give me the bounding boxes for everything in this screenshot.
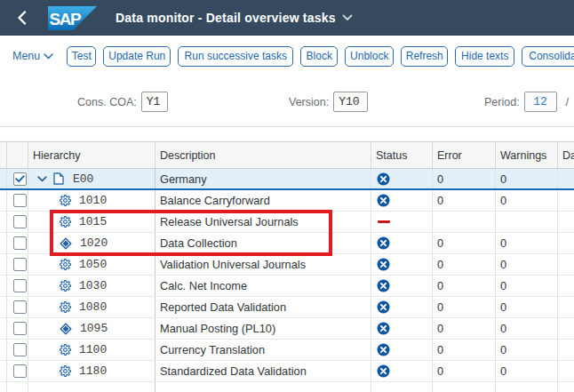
error-circle-icon (377, 322, 390, 335)
header-warnings[interactable]: Warnings (496, 142, 558, 168)
task-id: 1015 (79, 215, 107, 228)
hierarchy-cell: 1080 (28, 297, 155, 317)
cons-coa-label: Cons. COA: (77, 96, 137, 108)
date-cell (558, 190, 574, 211)
row-checkbox[interactable] (13, 343, 27, 356)
version-label: Version: (289, 96, 329, 108)
description-cell: Data Collection (155, 233, 371, 253)
gear-icon (60, 344, 71, 356)
run-successive-tasks-button[interactable]: Run successive tasks (178, 46, 293, 67)
row-checkbox[interactable] (13, 194, 27, 207)
warnings-count: 0 (500, 300, 506, 314)
row-checkbox[interactable] (13, 300, 27, 314)
date-cell (558, 276, 574, 296)
task-id: 1180 (79, 364, 107, 378)
error-count: 0 (437, 343, 443, 356)
table-header-row: Hierarchy Description Status Error Warni… (0, 141, 574, 169)
row-checkbox[interactable] (13, 258, 27, 271)
error-count: 0 (437, 194, 443, 207)
table-row[interactable]: 1015 Release Universal Journals (0, 212, 574, 233)
table-row[interactable]: 1050 Validation Universal Journals 0 0 (0, 254, 574, 276)
error-cell: 0 (433, 169, 496, 188)
error-circle-icon (377, 300, 390, 314)
warnings-cell: 0 (496, 254, 558, 275)
row-checkbox[interactable] (13, 279, 27, 292)
warnings-count: 0 (500, 364, 506, 378)
header-description[interactable]: Description (155, 142, 371, 168)
date-cell (558, 169, 574, 188)
status-cell (371, 190, 433, 211)
task-description: Validation Universal Journals (160, 258, 306, 271)
version-field-group: Version: Y10 (289, 92, 368, 112)
date-cell (558, 318, 574, 339)
task-description: Release Universal Journals (160, 215, 299, 228)
hierarchy-cell: E00 (28, 169, 155, 188)
header-status[interactable]: Status (371, 142, 433, 168)
test-button[interactable]: Test (67, 46, 96, 67)
period-input[interactable]: 12 (524, 92, 557, 112)
header-hierarchy[interactable]: Hierarchy (28, 142, 155, 168)
row-checkbox[interactable] (13, 236, 27, 250)
block-button[interactable]: Block (300, 46, 338, 67)
unblock-button[interactable]: Unblock (345, 46, 394, 67)
task-id: 1095 (80, 322, 108, 335)
status-cell (371, 361, 433, 381)
description-cell: Release Universal Journals (155, 212, 371, 232)
row-checkbox[interactable] (13, 172, 27, 186)
error-circle-icon (377, 343, 390, 356)
task-description: Manual Posting (PL10) (160, 322, 275, 335)
title-chevron-down-icon[interactable] (342, 14, 353, 21)
error-count: 0 (437, 236, 443, 250)
table-row[interactable]: 1100 Currency Translation 0 0 (0, 340, 574, 361)
refresh-button[interactable]: Refresh (401, 46, 448, 67)
task-description: Reported Data Validation (160, 300, 286, 314)
task-description: Standardized Data Validation (160, 364, 307, 378)
status-cell (371, 297, 433, 317)
table-row[interactable]: 1010 Balance Carryforward 0 0 (0, 190, 574, 212)
diamond-milestone-icon (60, 323, 72, 335)
status-cell (371, 276, 433, 296)
row-indicator-cell (0, 361, 7, 381)
warnings-cell: 0 (496, 233, 558, 253)
table-row[interactable]: 1030 Calc. Net Income 0 0 (0, 276, 574, 297)
hierarchy-cell: 1010 (28, 190, 155, 211)
row-checkbox[interactable] (13, 364, 27, 378)
menu-button[interactable]: Menu (12, 50, 53, 62)
cons-coa-field-group: Cons. COA: Y1 (77, 92, 168, 112)
warnings-cell: 0 (496, 297, 558, 317)
error-cell (433, 212, 496, 232)
row-indicator-cell (0, 254, 7, 275)
hierarchy-cell: 1015 (28, 212, 155, 232)
version-input[interactable]: Y10 (333, 92, 368, 112)
expand-chevron-down-icon[interactable] (37, 176, 47, 182)
table-row[interactable]: 1095 Manual Posting (PL10) 0 0 (0, 318, 574, 340)
table-row[interactable]: 1180 Standardized Data Validation 0 0 (0, 361, 574, 382)
table-row[interactable]: E00 Germany 0 0 (0, 169, 574, 190)
task-id: 1010 (79, 194, 107, 207)
error-cell: 0 (433, 190, 496, 211)
header-error[interactable]: Error (433, 142, 496, 168)
task-id: 1100 (79, 343, 107, 356)
back-icon[interactable] (17, 11, 28, 25)
table-row[interactable]: 1080 Reported Data Validation 0 0 (0, 297, 574, 318)
update-run-button[interactable]: Update Run (103, 46, 171, 67)
row-indicator-cell (0, 340, 7, 360)
hierarchy-cell: 1030 (28, 276, 155, 296)
gear-icon (60, 301, 71, 313)
date-cell (558, 254, 574, 275)
description-cell: Manual Posting (PL10) (155, 318, 371, 339)
cons-coa-input[interactable]: Y1 (141, 92, 168, 112)
task-description: Germany (160, 172, 207, 186)
consolidation-monitor-button[interactable]: Consolidation monitor (522, 46, 574, 67)
error-cell: 0 (433, 233, 496, 253)
description-cell: Currency Translation (155, 340, 371, 360)
row-select-cell (7, 340, 28, 360)
period-field-group: Period: 12 / (484, 92, 569, 112)
row-checkbox[interactable] (13, 322, 27, 335)
task-description: Data Collection (160, 236, 237, 250)
date-cell (558, 212, 574, 232)
hide-texts-button[interactable]: Hide texts (455, 46, 514, 67)
row-checkbox[interactable] (13, 215, 27, 228)
table-row[interactable]: 1020 Data Collection 0 0 (0, 233, 574, 254)
header-date[interactable]: Date (558, 142, 574, 168)
